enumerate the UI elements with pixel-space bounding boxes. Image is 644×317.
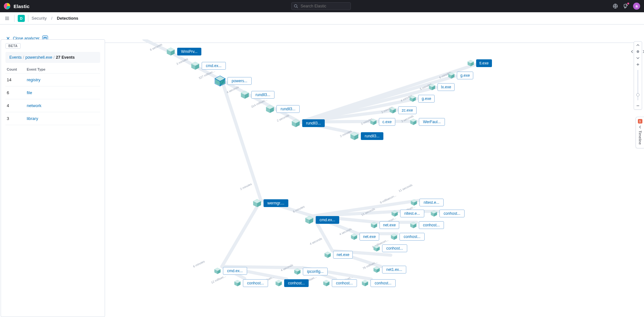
user-avatar[interactable]: a [633,3,640,10]
tree-node-powers[interactable]: powers... [215,75,252,86]
nav-toggle-button[interactable] [3,15,11,22]
row-count: 4 [7,103,27,108]
node-label: conhost... [370,279,396,287]
tree-node-conhost[interactable]: conhost... [410,221,444,229]
app-header: D Security / Detections [0,12,644,25]
tree-node-tl[interactable]: tl.exe [467,59,492,67]
node-label: nltest.e... [400,210,424,217]
app-badge[interactable]: D [18,15,25,22]
zoom-out-button[interactable] [635,104,641,108]
svg-point-13 [615,5,616,7]
tree-node-g[interactable]: g.exe [448,72,473,79]
tree-node-net[interactable]: net.exe [351,233,379,241]
tree-node-werfault[interactable]: WerFaul... [410,118,445,126]
pan-down-button[interactable] [635,56,641,60]
tree-node-cmd[interactable]: cmd.ex... [305,215,339,224]
notification-dot [627,3,629,5]
svg-point-28 [638,51,638,52]
event-type-row: 14 registry [5,73,100,86]
node-label: c.exe [379,118,395,126]
svg-point-10 [294,5,297,7]
tree-node-g[interactable]: g.exe [409,95,435,103]
divider [28,15,28,22]
tree-node-rundll[interactable]: rundll3... [265,104,300,114]
node-label: conhost... [332,279,357,287]
event-type-row: 6 file [5,86,100,99]
tree-node-rundll[interactable]: rundll3... [291,119,325,128]
process-tree-canvas[interactable]: 6 seconds 3 minutes 527 millisec... 4 se… [105,39,644,317]
tree-node-cmd[interactable]: cmd.ex... [214,267,247,275]
row-count: 3 [7,116,27,121]
breadcrumb-app[interactable]: Security [32,16,47,21]
node-label: conhost... [243,279,268,287]
node-label: cmd.ex... [316,216,339,224]
zoom-controls [634,41,642,110]
tree-node-zc[interactable]: zc.exe [389,106,417,114]
node-label: cmd.ex... [202,62,226,70]
event-type-link[interactable]: library [27,116,38,121]
svg-line-11 [297,7,298,8]
node-label: rundll3... [251,91,274,99]
row-count: 14 [7,77,27,82]
tree-node-nltest[interactable]: nltest.e... [391,210,424,217]
node-label: rundll3... [276,105,300,113]
node-label: nltest.e... [419,199,444,206]
tree-node-net1[interactable]: net1.ex... [373,266,406,273]
tree-node-rundll[interactable]: rundll3... [240,90,274,99]
event-type-link[interactable]: file [27,90,32,95]
tree-node-nltest[interactable]: nltest.e... [410,199,444,206]
tree-node-conhost[interactable]: conhost... [430,210,465,217]
tree-node-wmiprv[interactable]: WmiPrv... [166,47,201,56]
tree-node-rundll[interactable]: rundll3... [350,132,383,141]
pan-left-button[interactable] [629,49,635,54]
node-label: powers... [227,77,252,85]
tree-node-conhost[interactable]: conhost... [373,244,407,252]
elastic-logo-icon[interactable] [4,3,10,9]
panel-breadcrumb: Events / powershell.exe / 27 Events [5,52,100,63]
search-input[interactable] [291,2,351,10]
tree-node-conhost[interactable]: conhost... [234,279,268,287]
event-type-link[interactable]: network [27,103,42,108]
divider [14,15,14,22]
crumb-process[interactable]: powershell.exe [25,55,52,60]
global-search[interactable] [291,2,351,10]
search-icon [294,4,298,8]
node-label: WmiPrv... [177,48,201,55]
pan-right-button[interactable] [641,49,644,54]
pan-up-button[interactable] [635,43,641,47]
tree-node-conhost[interactable]: conhost... [361,279,396,287]
node-label: WerFaul... [419,118,445,126]
tree-node-conhost[interactable]: conhost... [390,233,425,241]
tree-node-lx[interactable]: lx.exe [428,83,455,91]
tree-node-ipconfig[interactable]: ipconfig... [294,268,328,275]
node-label: cmd.ex... [223,267,247,275]
node-label: conhost... [439,210,465,217]
tree-edges [105,39,644,317]
newsfeed-icon[interactable] [623,3,629,9]
node-label: tl.exe [476,59,492,67]
node-label: conhost... [382,244,407,252]
col-type: Event Type [27,67,99,71]
timeline-label: Timeline [638,131,642,145]
crumb-events[interactable]: Events [9,55,22,60]
tree-node-net[interactable]: net.exe [370,221,399,229]
node-label: g.exe [457,72,473,79]
tree-node-wermgr[interactable]: wermgr.... [253,199,288,208]
event-type-row: 4 network [5,99,100,112]
timeline-flyout-tab[interactable]: 1 Timeline [636,117,644,148]
tree-node-conhost[interactable]: conhost... [275,279,309,287]
node-label: ipconfig... [303,268,328,275]
node-label: rundll3... [361,132,383,140]
help-icon[interactable] [612,3,618,9]
tree-node-conhost[interactable]: conhost... [323,279,357,287]
zoom-slider[interactable] [638,70,638,100]
zoom-in-button[interactable] [635,62,641,67]
analyzer-side-panel: BETA Events / powershell.exe / 27 Events… [1,39,105,317]
node-label: conhost... [399,233,425,241]
tree-node-c[interactable]: c.exe [370,118,395,126]
tree-node-net[interactable]: net.exe [324,251,353,259]
recenter-button[interactable] [635,49,641,54]
tree-node-cmd[interactable]: cmd.ex... [191,61,226,70]
event-type-link[interactable]: registry [27,77,41,82]
breadcrumb-page: Detections [57,16,78,21]
